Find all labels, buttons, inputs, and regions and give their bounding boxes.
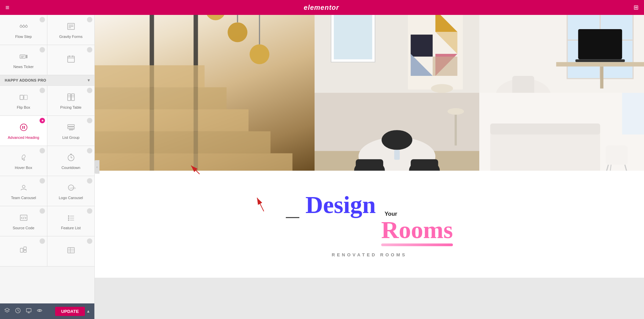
desktop-icon[interactable]	[26, 307, 32, 315]
sidebar-item-empty[interactable]	[47, 45, 94, 75]
free-badge-e	[87, 47, 92, 52]
update-button[interactable]: UPDATE	[55, 307, 85, 316]
svg-rect-85	[433, 57, 457, 76]
countdown-label: Countdown	[62, 166, 80, 170]
list-group-icon	[66, 123, 76, 133]
free-badge-e2	[87, 238, 92, 244]
heading-rooms-wrapper: Rooms	[381, 216, 453, 244]
svg-point-2	[25, 25, 27, 27]
sidebar-item-team-carousel[interactable]: Team Carousel	[0, 176, 47, 206]
svg-rect-52	[24, 250, 26, 252]
svg-point-107	[382, 130, 412, 150]
hamburger-icon: ≡	[5, 4, 9, 12]
logo-carousel-icon: LOGO	[66, 183, 76, 194]
toolbar-left-icons	[4, 307, 43, 315]
main-content: ‹	[95, 15, 644, 319]
bedroom-cell	[479, 93, 644, 171]
history-icon[interactable]	[15, 307, 21, 315]
countdown-icon	[66, 153, 76, 164]
sidebar-item-logo-carousel[interactable]: LOGO Logo Carousel	[47, 176, 94, 206]
svg-rect-53	[68, 248, 74, 253]
update-area: UPDATE ▲	[55, 307, 90, 316]
elementor-logo: elementor	[304, 4, 339, 12]
news-ticker-label: News Ticker	[14, 65, 34, 69]
extra2-icon	[66, 246, 76, 256]
svg-rect-20	[20, 95, 23, 100]
happy-addons-pro-label: HAPPY ADDONS PRO	[5, 78, 46, 82]
list-group-label: List Group	[62, 135, 79, 140]
photo-collage	[95, 15, 644, 171]
free-badge-gf	[87, 17, 92, 22]
eye-icon[interactable]	[37, 307, 43, 315]
sidebar-item-source-code[interactable]: Source Code	[0, 206, 47, 236]
svg-point-110	[447, 108, 464, 114]
sidebar-item-feature-list[interactable]: Feature List	[47, 206, 94, 236]
sidebar-item-countdown[interactable]: Countdown	[47, 146, 94, 176]
sidebar-item-hover-box[interactable]: Hover Box	[0, 146, 47, 176]
logo-carousel-label: Logo Carousel	[59, 196, 83, 200]
source-code-icon	[19, 213, 28, 224]
widget-grid-top: Flow Step Gravity Forms	[0, 15, 94, 75]
svg-rect-23	[71, 94, 74, 101]
grid-icon[interactable]: ⊞	[634, 4, 639, 11]
svg-rect-65	[95, 153, 293, 171]
svg-point-70	[206, 15, 225, 20]
sidebar-item-advanced-heading[interactable]: ★ H Advanced Heading	[0, 116, 47, 146]
gravity-forms-label: Gravity Forms	[59, 35, 83, 39]
svg-rect-51	[24, 247, 26, 250]
svg-rect-67	[95, 109, 249, 131]
free-badge-cd	[87, 148, 92, 153]
sidebar-item-gravity-forms[interactable]: Gravity Forms	[47, 15, 94, 45]
pricing-table-label: Pricing Table	[60, 105, 82, 110]
heading-section: Design Your Rooms RENOVATED ROOMS	[95, 171, 644, 278]
feature-list-label: Feature List	[61, 226, 80, 230]
sidebar-item-flow-step[interactable]: Flow Step	[0, 15, 47, 45]
heading-line: Design Your Rooms	[286, 191, 453, 244]
geometric-art-cell	[315, 15, 479, 93]
heading-dash	[286, 217, 299, 218]
sidebar-item-pricing-table[interactable]: Pricing Table	[47, 86, 94, 115]
svg-rect-99	[512, 76, 534, 93]
svg-rect-21	[24, 95, 27, 100]
svg-rect-68	[95, 87, 227, 109]
sidebar-item-extra2[interactable]	[47, 236, 94, 266]
svg-rect-30	[68, 125, 74, 126]
flip-box-label: Flip Box	[17, 105, 30, 110]
flow-step-label: Flow Step	[15, 35, 32, 39]
svg-rect-22	[68, 94, 71, 101]
sidebar-item-list-group[interactable]: List Group	[47, 116, 94, 146]
svg-rect-94	[578, 29, 622, 59]
free-badge	[40, 17, 45, 22]
svg-point-44	[68, 215, 69, 217]
flip-box-icon	[19, 92, 28, 103]
sidebar-item-news-ticker[interactable]: News Ticker	[0, 45, 47, 75]
menu-toggle[interactable]: ≡	[5, 4, 9, 12]
sidebar-collapse-handle[interactable]: ‹	[95, 160, 99, 174]
svg-rect-31	[68, 127, 74, 129]
free-badge-pt	[87, 88, 92, 93]
news-ticker-icon	[19, 52, 28, 63]
svg-rect-82	[411, 35, 433, 57]
gravity-forms-icon	[66, 22, 76, 33]
top-bar: ≡ elementor ⊞	[0, 0, 644, 15]
svg-rect-119	[622, 93, 644, 134]
hover-box-icon	[19, 153, 28, 164]
sidebar-item-extra1[interactable]	[0, 236, 47, 266]
happy-addons-pro-header[interactable]: HAPPY ADDONS PRO ▾	[0, 75, 94, 86]
pricing-table-icon	[66, 92, 76, 103]
sidebar-item-flip-box[interactable]: Flip Box	[0, 86, 47, 115]
svg-point-1	[23, 25, 25, 27]
svg-rect-50	[20, 248, 23, 252]
free-badge-sc	[40, 208, 45, 214]
svg-point-87	[431, 84, 453, 93]
advanced-heading-label: Advanced Heading	[8, 135, 39, 140]
svg-rect-108	[394, 150, 399, 160]
layers-icon[interactable]	[4, 307, 10, 315]
extra1-icon	[19, 246, 28, 256]
free-badge-e1	[40, 238, 45, 244]
svg-rect-106	[411, 159, 438, 171]
update-chevron-icon[interactable]: ▲	[86, 309, 90, 314]
svg-point-72	[250, 44, 269, 64]
subheading-text: RENOVATED ROOMS	[332, 252, 407, 257]
free-badge-nt	[40, 47, 45, 52]
